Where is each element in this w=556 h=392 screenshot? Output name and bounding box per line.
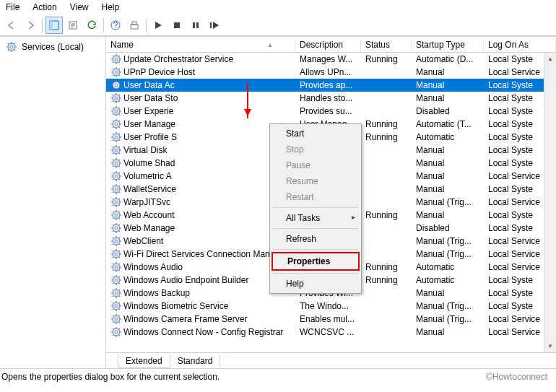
service-startup: Manual (412, 170, 484, 182)
service-status (361, 175, 412, 177)
service-status: Running (361, 209, 412, 221)
service-status (361, 149, 412, 151)
table-row[interactable]: Windows Camera Frame ServerEnables mul..… (106, 313, 556, 326)
table-row[interactable]: Windows Biometric ServiceThe Windo...Man… (106, 300, 556, 313)
service-name: User Experie (123, 106, 173, 116)
help-button[interactable]: ? (107, 17, 124, 34)
table-row[interactable]: Windows Connect Now - Config RegistrarWC… (106, 326, 556, 339)
service-startup: Manual (412, 209, 484, 221)
table-row[interactable]: User Data StoHandles sto...ManualLocal S… (106, 92, 556, 105)
service-startup: Automatic (T... (412, 118, 484, 130)
menu-file[interactable]: File (6, 2, 19, 12)
stop-service-button[interactable] (168, 17, 186, 34)
service-name: Windows Biometric Service (123, 301, 228, 311)
list-panel: Name Description Status Startup Type Log… (106, 37, 556, 368)
table-row[interactable]: Update Orchestrator ServiceManages W...R… (106, 53, 556, 66)
svg-rect-11 (196, 22, 199, 28)
column-headers: Name Description Status Startup Type Log… (106, 37, 556, 53)
column-description[interactable]: Description (295, 38, 361, 52)
restart-service-button[interactable] (206, 17, 223, 34)
refresh-button[interactable] (83, 17, 100, 34)
column-logon[interactable]: Log On As (484, 38, 556, 52)
svg-rect-9 (174, 22, 180, 28)
annotation-arrow (247, 82, 248, 118)
context-menu: Start Stop Pause Resume Restart All Task… (269, 123, 362, 294)
service-description: The Windo... (295, 300, 361, 312)
service-name: Virtual Disk (123, 145, 167, 155)
service-status: Running (361, 131, 412, 143)
tab-standard[interactable]: Standard (170, 354, 221, 368)
table-row[interactable]: User Data AcProvides ap...ManualLocal Sy… (106, 79, 556, 92)
svg-rect-7 (131, 25, 138, 29)
service-name: User Manage (123, 119, 175, 129)
service-startup: Manual (412, 183, 484, 195)
service-name: User Data Ac (123, 80, 175, 90)
service-description: WCNCSVC ... (295, 326, 361, 338)
service-description: Provides su... (295, 105, 361, 117)
menu-action[interactable]: Action (32, 2, 56, 12)
service-status: Running (361, 274, 412, 286)
tree-root-label: Services (Local) (22, 42, 84, 52)
ctx-all-tasks[interactable]: All Tasks (272, 210, 360, 226)
pause-service-button[interactable] (187, 17, 204, 34)
ctx-resume: Resume (272, 173, 360, 189)
ctx-start[interactable]: Start (272, 126, 360, 141)
service-status (361, 71, 412, 73)
menu-view[interactable]: View (70, 2, 89, 12)
service-name: User Profile S (123, 132, 177, 142)
service-startup: Automatic (412, 131, 484, 143)
service-startup: Manual (412, 326, 484, 338)
forward-button[interactable] (22, 17, 39, 34)
service-name: Windows Backup (123, 288, 190, 298)
service-startup: Disabled (412, 222, 484, 234)
column-name[interactable]: Name (106, 38, 295, 52)
tree-root-item[interactable]: Services (Local) (4, 40, 101, 54)
show-tree-button[interactable] (45, 17, 63, 34)
column-startup[interactable]: Startup Type (412, 38, 484, 52)
service-name: User Data Sto (123, 93, 178, 103)
scroll-up-icon[interactable]: ▲ (544, 53, 556, 65)
svg-rect-10 (193, 22, 195, 28)
service-startup: Manual (412, 287, 484, 299)
column-status[interactable]: Status (361, 38, 412, 52)
toolbar: ? (0, 14, 556, 36)
service-name: WalletService (123, 184, 176, 194)
service-name: UPnP Device Host (123, 67, 195, 77)
back-button[interactable] (3, 17, 20, 34)
service-status (361, 188, 412, 190)
service-status (361, 292, 412, 294)
tab-extended[interactable]: Extended (118, 354, 170, 368)
svg-rect-12 (210, 22, 212, 28)
service-description: Provides ap... (295, 79, 361, 91)
table-row[interactable]: UPnP Device HostAllows UPn...ManualLocal… (106, 66, 556, 79)
service-name: Windows Camera Frame Server (123, 314, 247, 324)
svg-rect-8 (132, 22, 136, 25)
vertical-scrollbar[interactable]: ▲ ▼ (544, 53, 556, 352)
service-status (361, 253, 412, 255)
svg-text:?: ? (113, 20, 118, 30)
view-tabs: Extended Standard (106, 352, 556, 368)
scroll-down-icon[interactable]: ▼ (544, 340, 556, 352)
start-service-button[interactable] (149, 17, 167, 34)
statusbar-text: Opens the properties dialog box for the … (1, 372, 220, 382)
services-icon (6, 41, 17, 53)
properties-button[interactable] (126, 17, 143, 34)
service-startup: Manual (Trig... (412, 235, 484, 247)
service-name: Web Account (123, 210, 175, 220)
ctx-refresh[interactable]: Refresh (272, 231, 360, 247)
service-startup: Manual (Trig... (412, 196, 484, 208)
ctx-pause: Pause (272, 157, 360, 173)
service-startup: Disabled (412, 105, 484, 117)
ctx-help[interactable]: Help (272, 276, 360, 292)
service-name: Windows Audio (123, 262, 183, 272)
table-row[interactable]: User ExperieProvides su...DisabledLocal … (106, 105, 556, 118)
ctx-stop: Stop (272, 141, 360, 157)
ctx-restart: Restart (272, 189, 360, 205)
ctx-properties[interactable]: Properties (272, 252, 360, 271)
service-startup: Manual (Trig... (412, 313, 484, 325)
service-status (361, 162, 412, 164)
service-status (361, 227, 412, 229)
export-button[interactable] (64, 17, 82, 34)
service-status (361, 305, 412, 307)
menu-help[interactable]: Help (102, 2, 120, 12)
